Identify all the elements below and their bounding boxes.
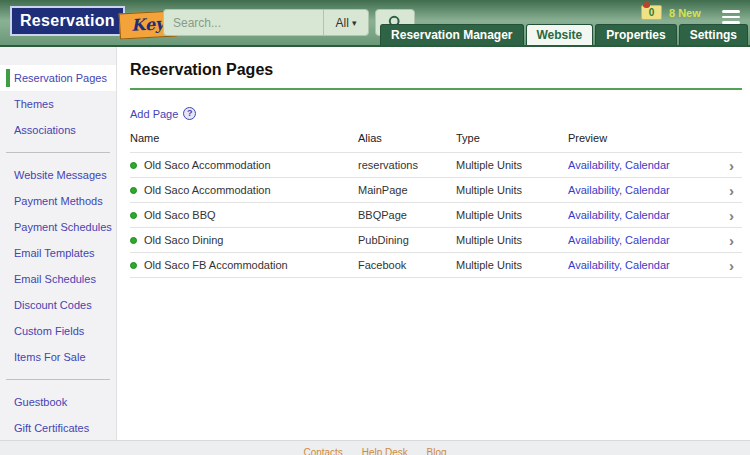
column-header-name: Name — [130, 132, 358, 144]
availability-link[interactable]: Availability — [568, 159, 619, 171]
sidebar-item-label: Associations — [14, 124, 76, 136]
preview-cell: Availability, Calendar — [568, 209, 716, 221]
availability-link[interactable]: Availability — [568, 209, 619, 221]
sidebar-item-custom-fields[interactable]: Custom Fields — [0, 318, 116, 344]
calendar-link[interactable]: Calendar — [625, 184, 670, 196]
tab-reservation-manager[interactable]: Reservation Manager — [380, 24, 523, 45]
status-dot — [130, 212, 137, 219]
logo-text-reservation: Reservation — [10, 6, 125, 36]
availability-link[interactable]: Availability — [568, 234, 619, 246]
notes-badge-count: 0 — [649, 8, 655, 18]
footer-link-blog[interactable]: Blog — [427, 447, 447, 455]
notifications-indicator[interactable]: 0 8 New — [641, 5, 701, 20]
preview-cell: Availability, Calendar — [568, 234, 716, 246]
primary-tabs: Reservation Manager Website Properties S… — [380, 24, 748, 45]
tab-properties[interactable]: Properties — [595, 24, 676, 45]
page-name: Old Saco Dining — [144, 234, 358, 246]
title-rule — [130, 88, 742, 90]
sidebar-item-payment-methods[interactable]: Payment Methods — [0, 188, 116, 214]
sidebar-item-email-templates[interactable]: Email Templates — [0, 240, 116, 266]
page-type: Multiple Units — [456, 209, 568, 221]
table-row[interactable]: Old Saco BBQ BBQPage Multiple Units Avai… — [130, 203, 742, 228]
sidebar-item-discount-codes[interactable]: Discount Codes — [0, 292, 116, 318]
search-scope-label: All — [336, 16, 349, 30]
footer-link-help-desk[interactable]: Help Desk — [362, 447, 408, 455]
sidebar-item-label: Email Schedules — [14, 273, 96, 285]
preview-cell: Availability, Calendar — [568, 184, 716, 196]
column-header-alias: Alias — [358, 132, 456, 144]
page-footer: Contacts Help Desk Blog — [0, 440, 750, 455]
chevron-right-icon[interactable]: › — [716, 208, 742, 223]
sidebar-item-themes[interactable]: Themes — [0, 91, 116, 117]
status-dot — [130, 262, 137, 269]
main-content: Reservation Pages Add Page ? Name Alias … — [117, 47, 750, 440]
sidebar-item-website-messages[interactable]: Website Messages — [0, 162, 116, 188]
chevron-right-icon[interactable]: › — [716, 183, 742, 198]
page-alias: BBQPage — [358, 209, 456, 221]
calendar-link[interactable]: Calendar — [625, 159, 670, 171]
page-name: Old Saco FB Accommodation — [144, 259, 358, 271]
new-items-label: 8 New — [669, 7, 701, 19]
search-scope-dropdown[interactable]: All ▾ — [323, 9, 369, 36]
sidebar-item-label: Custom Fields — [14, 325, 84, 337]
page-alias: PubDining — [358, 234, 456, 246]
sidebar-divider — [6, 152, 110, 153]
tab-website[interactable]: Website — [526, 24, 594, 45]
add-page-link[interactable]: Add Page — [130, 108, 178, 120]
page-name: Old Saco BBQ — [144, 209, 358, 221]
sidebar-item-reservation-pages[interactable]: Reservation Pages — [0, 65, 116, 91]
preview-cell: Availability, Calendar — [568, 259, 716, 271]
sidebar-item-payment-schedules[interactable]: Payment Schedules — [0, 214, 116, 240]
sidebar-item-gift-certificates[interactable]: Gift Certificates — [0, 415, 116, 441]
availability-link[interactable]: Availability — [568, 184, 619, 196]
page-alias: Facebook — [358, 259, 456, 271]
table-header-row: Name Alias Type Preview — [130, 120, 742, 153]
page-title: Reservation Pages — [130, 61, 744, 79]
chevron-right-icon[interactable]: › — [716, 258, 742, 273]
table-row[interactable]: Old Saco Accommodation reservations Mult… — [130, 153, 742, 178]
sidebar-item-label: Items For Sale — [14, 351, 86, 363]
availability-link[interactable]: Availability — [568, 259, 619, 271]
top-header: Reservation Key All ▾ 0 8 New Reservatio… — [0, 0, 750, 47]
chevron-right-icon[interactable]: › — [716, 158, 742, 173]
column-header-type: Type — [456, 132, 568, 144]
chevron-down-icon: ▾ — [352, 18, 357, 28]
tab-settings[interactable]: Settings — [679, 24, 748, 45]
table-row[interactable]: Old Saco Accommodation MainPage Multiple… — [130, 178, 742, 203]
calendar-link[interactable]: Calendar — [625, 234, 670, 246]
sidebar-item-label: Discount Codes — [14, 299, 92, 311]
sidebar-item-label: Themes — [14, 98, 54, 110]
sidebar-item-label: Guestbook — [14, 396, 67, 408]
table-row[interactable]: Old Saco FB Accommodation Facebook Multi… — [130, 253, 742, 278]
sidebar: Reservation Pages Themes Associations We… — [0, 47, 117, 440]
sidebar-item-associations[interactable]: Associations — [0, 117, 116, 143]
app-logo[interactable]: Reservation Key — [10, 6, 176, 36]
sidebar-item-email-schedules[interactable]: Email Schedules — [0, 266, 116, 292]
sidebar-item-label: Reservation Pages — [14, 72, 107, 84]
calendar-link[interactable]: Calendar — [625, 259, 670, 271]
help-icon[interactable]: ? — [183, 107, 196, 120]
sidebar-item-label: Payment Schedules — [14, 221, 112, 233]
page-alias: MainPage — [358, 184, 456, 196]
page-name: Old Saco Accommodation — [144, 184, 358, 196]
footer-link-contacts[interactable]: Contacts — [303, 447, 342, 455]
preview-cell: Availability, Calendar — [568, 159, 716, 171]
page-alias: reservations — [358, 159, 456, 171]
bird-icon — [643, 2, 650, 8]
sidebar-item-label: Email Templates — [14, 247, 95, 259]
page-type: Multiple Units — [456, 259, 568, 271]
status-dot — [130, 237, 137, 244]
page-name: Old Saco Accommodation — [144, 159, 358, 171]
sidebar-item-label: Payment Methods — [14, 195, 103, 207]
sidebar-divider — [6, 379, 110, 380]
sidebar-item-guestbook[interactable]: Guestbook — [0, 389, 116, 415]
page-type: Multiple Units — [456, 184, 568, 196]
search-input[interactable] — [163, 9, 323, 36]
status-dot — [130, 187, 137, 194]
column-header-preview: Preview — [568, 132, 716, 144]
chevron-right-icon[interactable]: › — [716, 233, 742, 248]
calendar-link[interactable]: Calendar — [625, 209, 670, 221]
active-indicator — [6, 69, 10, 87]
sidebar-item-items-for-sale[interactable]: Items For Sale — [0, 344, 116, 370]
table-row[interactable]: Old Saco Dining PubDining Multiple Units… — [130, 228, 742, 253]
